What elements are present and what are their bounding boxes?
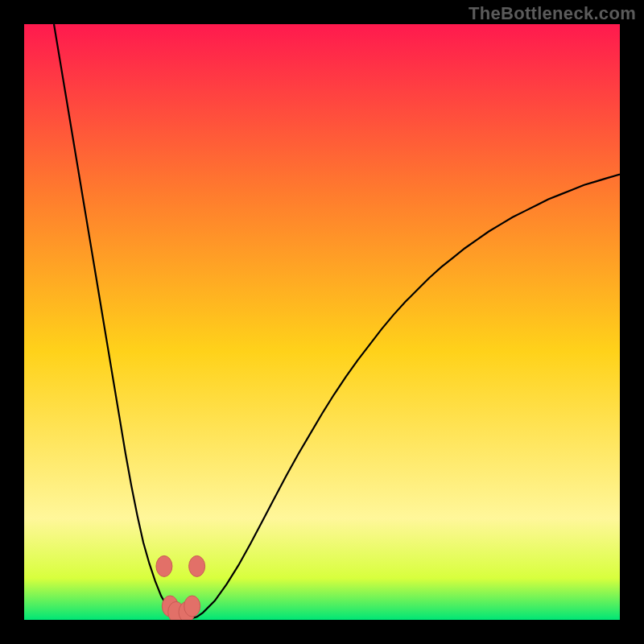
data-marker: [156, 555, 172, 576]
bottleneck-chart: [24, 24, 620, 620]
watermark-text: TheBottleneck.com: [469, 3, 636, 24]
data-marker: [184, 596, 200, 617]
data-marker: [189, 555, 205, 576]
plot-area: [24, 24, 620, 620]
chart-frame: TheBottleneck.com: [0, 0, 644, 644]
gradient-background: [24, 24, 620, 620]
